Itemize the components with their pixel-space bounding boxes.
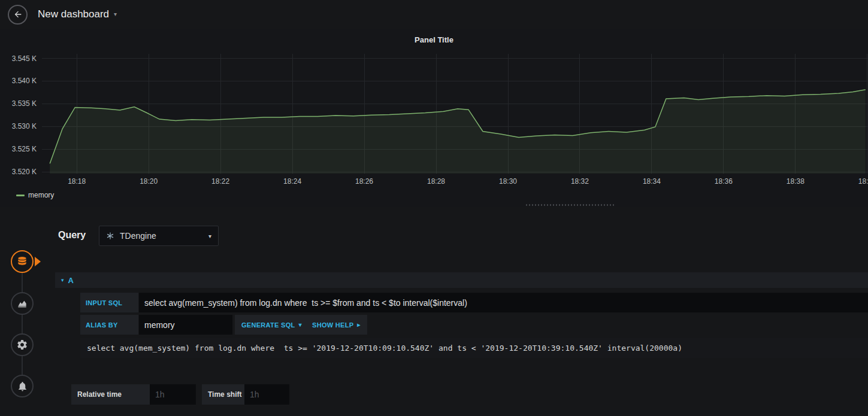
x-axis-labels: 18:1818:2018:2218:2418:2618:2818:3018:32… <box>42 177 868 187</box>
x-axis-tick: 18:30 <box>499 177 517 186</box>
x-axis-tick: 18:22 <box>211 177 229 186</box>
y-axis-tick: 3.520 K <box>12 168 37 176</box>
generate-sql-label: GENERATE SQL <box>241 321 295 329</box>
gear-icon <box>16 339 28 351</box>
y-axis-tick: 3.540 K <box>12 77 37 85</box>
tab-alert[interactable] <box>11 375 34 397</box>
scroll-indicator[interactable] <box>526 204 616 206</box>
query-ref-id: A <box>68 276 74 285</box>
bell-icon <box>17 381 28 392</box>
chevron-down-icon: ▾ <box>299 322 302 328</box>
relative-time-label: Relative time <box>71 384 150 405</box>
dashboard-title: New dashboard <box>38 8 109 20</box>
chevron-right-icon: ▸ <box>357 322 360 328</box>
x-axis-tick: 18:34 <box>643 177 661 186</box>
x-axis-tick: 18:40 <box>858 177 868 186</box>
tab-queries[interactable] <box>11 250 34 273</box>
y-axis-tick: 3.525 K <box>12 145 37 153</box>
input-sql-field[interactable] <box>139 293 868 312</box>
tab-general[interactable] <box>11 333 34 356</box>
active-tab-arrow <box>35 257 41 266</box>
legend-series-name[interactable]: memory <box>28 191 54 199</box>
show-help-label: SHOW HELP <box>312 321 353 329</box>
chevron-down-icon: ▾ <box>114 11 117 17</box>
input-sql-label: INPUT SQL <box>80 293 138 312</box>
chart-legend: memory <box>16 191 54 199</box>
tab-visualization[interactable] <box>11 292 34 315</box>
x-axis-tick: 18:20 <box>140 177 158 186</box>
relative-time-field[interactable] <box>150 384 196 405</box>
datasource-name: TDengine <box>120 231 203 241</box>
x-axis-tick: 18:36 <box>715 177 733 186</box>
time-shift-label: Time shift <box>202 384 244 405</box>
panel-title[interactable]: Panel Title <box>0 35 868 44</box>
arrow-left-icon <box>13 10 23 19</box>
collapse-chevron-icon: ▾ <box>61 277 64 283</box>
database-icon <box>16 256 28 268</box>
grafana-dashboard-edit-page: New dashboard ▾ Panel Title 3.520 K3.525… <box>0 0 868 416</box>
x-axis-tick: 18:28 <box>427 177 445 186</box>
y-axis-tick: 3.535 K <box>12 99 37 108</box>
datasource-picker[interactable]: TDengine ▾ <box>99 226 219 246</box>
generated-sql-row: select avg(mem_system) from log.dn where… <box>80 338 868 358</box>
graph-icon <box>16 297 28 309</box>
legend-color-swatch <box>16 195 25 196</box>
graph-panel: Panel Title 3.520 K3.525 K3.530 K3.535 K… <box>0 29 868 207</box>
y-axis-tick: 3.530 K <box>12 122 37 130</box>
x-axis-tick: 18:24 <box>283 177 301 186</box>
alias-by-field[interactable] <box>139 315 232 335</box>
back-button[interactable] <box>8 5 28 25</box>
tab-rail-line <box>22 262 23 386</box>
memory-line-chart <box>42 54 868 174</box>
x-axis-tick: 18:32 <box>571 177 589 186</box>
chevron-down-icon: ▾ <box>208 233 211 239</box>
query-row-header[interactable]: ▾ A <box>55 272 868 288</box>
generated-sql-text: select avg(mem_system) from log.dn where… <box>87 344 682 353</box>
alias-by-label: ALIAS BY <box>80 315 138 335</box>
y-axis-tick: 3.545 K <box>12 54 37 63</box>
y-axis-labels: 3.520 K3.525 K3.530 K3.535 K3.540 K3.545… <box>0 54 37 175</box>
x-axis-tick: 18:38 <box>787 177 805 186</box>
query-section-title: Query <box>58 230 86 241</box>
top-nav: New dashboard ▾ <box>0 0 868 29</box>
tdengine-logo-icon <box>106 232 114 240</box>
x-axis-tick: 18:26 <box>355 177 373 186</box>
chart-plot[interactable] <box>42 54 868 174</box>
generate-sql-button[interactable]: GENERATE SQL ▾ <box>235 315 309 335</box>
x-axis-tick: 18:18 <box>68 177 86 186</box>
show-help-button[interactable]: SHOW HELP ▸ <box>306 315 367 335</box>
time-shift-field[interactable] <box>244 384 289 405</box>
dashboard-title-dropdown[interactable]: New dashboard ▾ <box>38 8 117 20</box>
